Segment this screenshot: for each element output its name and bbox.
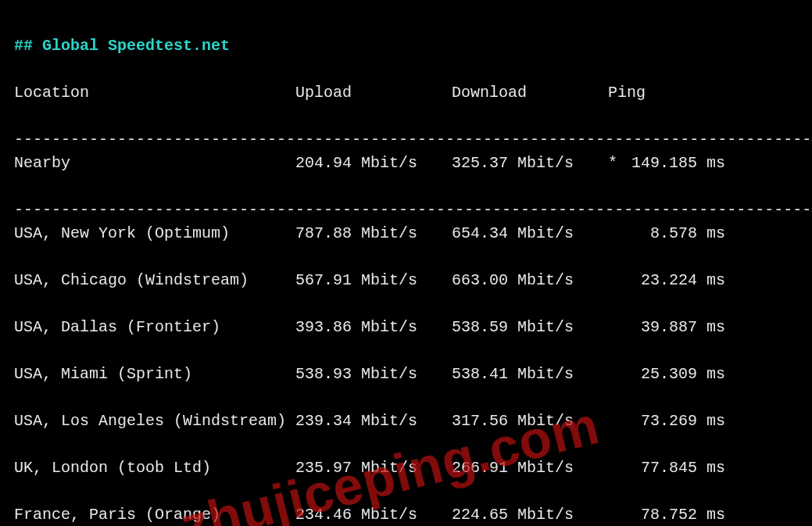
table-row: USA, Dallas (Frontier)393.86 Mbit/s538.5… <box>14 316 798 339</box>
terminal-output: ## Global Speedtest.net LocationUploadDo… <box>0 0 812 526</box>
col-upload: Upload <box>295 81 452 105</box>
cell-location: France, Paris (Orange) <box>14 503 295 526</box>
cell-ping: 78.752 ms <box>608 503 749 526</box>
cell-download: 654.34 Mbit/s <box>452 222 608 245</box>
cell-download: 317.56 Mbit/s <box>452 410 608 433</box>
cell-upload: 393.86 Mbit/s <box>295 316 452 339</box>
col-download: Download <box>452 81 608 105</box>
cell-upload: 234.46 Mbit/s <box>295 503 452 526</box>
cell-location: USA, Chicago (Windstream) <box>14 269 295 292</box>
nearby-row: Nearby204.94 Mbit/s325.37 Mbit/s* 149.18… <box>14 152 798 175</box>
cell-download: 538.59 Mbit/s <box>452 316 608 339</box>
cell-location: USA, Dallas (Frontier) <box>14 316 295 339</box>
cell-ping: 73.269 ms <box>608 410 749 433</box>
col-location: Location <box>14 81 295 105</box>
divider: ----------------------------------------… <box>14 201 812 219</box>
section-title: ## Global Speedtest.net <box>14 37 230 55</box>
cell-download: 663.00 Mbit/s <box>452 269 608 292</box>
table-header-row: LocationUploadDownloadPing <box>14 81 798 105</box>
cell-upload: 538.93 Mbit/s <box>295 363 452 386</box>
ping-star-icon: * <box>608 152 617 175</box>
nearby-upload: 204.94 Mbit/s <box>295 152 452 175</box>
cell-download: 266.91 Mbit/s <box>452 456 608 480</box>
table-row: UK, London (toob Ltd)235.97 Mbit/s266.91… <box>14 456 798 480</box>
nearby-download: 325.37 Mbit/s <box>452 152 608 175</box>
table-row: USA, Miami (Sprint)538.93 Mbit/s538.41 M… <box>14 363 798 386</box>
cell-upload: 235.97 Mbit/s <box>295 456 452 480</box>
cell-ping: 8.578 ms <box>608 222 749 245</box>
cell-ping: 23.224 ms <box>608 269 749 292</box>
cell-location: UK, London (toob Ltd) <box>14 456 295 480</box>
cell-download: 538.41 Mbit/s <box>452 363 608 386</box>
table-row: USA, New York (Optimum)787.88 Mbit/s654.… <box>14 222 798 245</box>
cell-ping: 77.845 ms <box>608 456 749 480</box>
table-row: USA, Chicago (Windstream)567.91 Mbit/s66… <box>14 269 798 292</box>
divider: ----------------------------------------… <box>14 131 812 148</box>
cell-location: USA, New York (Optimum) <box>14 222 295 245</box>
table-row: USA, Los Angeles (Windstream)239.34 Mbit… <box>14 410 798 433</box>
cell-location: USA, Los Angeles (Windstream) <box>14 410 295 433</box>
cell-location: USA, Miami (Sprint) <box>14 363 295 386</box>
cell-upload: 239.34 Mbit/s <box>295 410 452 433</box>
col-ping: Ping <box>608 81 717 105</box>
nearby-location: Nearby <box>14 152 295 175</box>
table-row: France, Paris (Orange)234.46 Mbit/s224.6… <box>14 503 798 526</box>
cell-ping: 39.887 ms <box>608 316 749 339</box>
cell-upload: 567.91 Mbit/s <box>295 269 452 292</box>
cell-download: 224.65 Mbit/s <box>452 503 608 526</box>
nearby-ping: * 149.185 ms <box>608 152 749 175</box>
cell-ping: 25.309 ms <box>608 363 749 386</box>
cell-upload: 787.88 Mbit/s <box>295 222 452 245</box>
